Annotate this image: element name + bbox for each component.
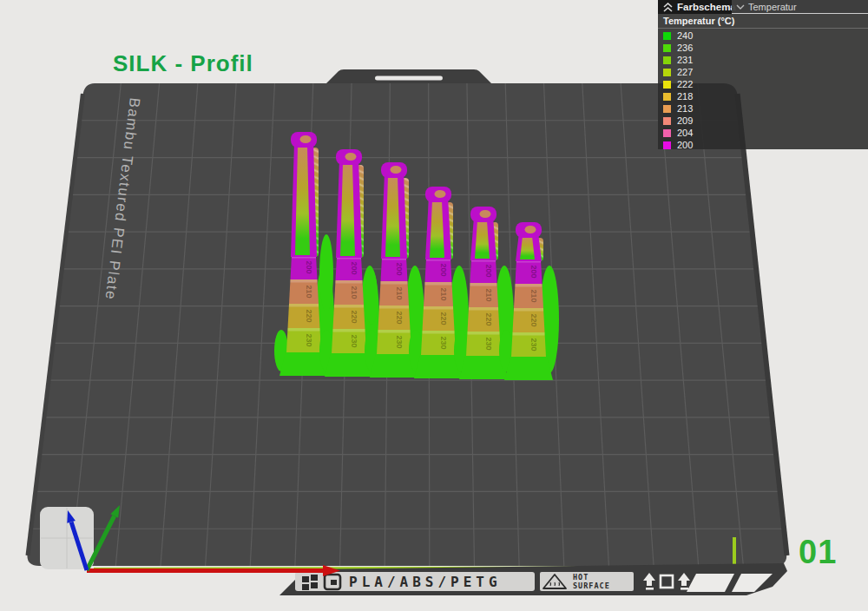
legend-title: Farbschema xyxy=(677,2,736,12)
tower-block-topface xyxy=(381,281,408,285)
profile-title: SILK - Profil xyxy=(113,50,253,76)
block-temp-label: 210 xyxy=(350,286,358,299)
tower-block-topface xyxy=(291,279,318,283)
legend-label: 231 xyxy=(677,55,693,65)
block-temp-label: 210 xyxy=(484,288,493,301)
tower-block xyxy=(511,332,546,357)
block-temp-label: 230 xyxy=(395,335,404,348)
legend-swatch xyxy=(663,81,671,89)
materials-label-bar: PLA/ABS/PETG xyxy=(295,572,535,591)
color-scheme-panel: Farbschema Temperatur Temperatur (°C) 24… xyxy=(658,0,868,149)
view-type-dropdown[interactable]: Temperatur xyxy=(732,0,868,14)
legend-item: 222 xyxy=(658,78,868,90)
block-temp-label: 200 xyxy=(529,265,538,278)
tower-block-topface xyxy=(288,328,320,332)
legend-label: 209 xyxy=(677,115,693,126)
block-temp-label: 210 xyxy=(439,287,448,300)
warning-text-line1: HOT xyxy=(573,573,589,581)
block-temp-label: 220 xyxy=(484,312,493,325)
legend-label: 204 xyxy=(677,128,693,138)
tower-base xyxy=(504,357,553,380)
tower-block xyxy=(513,308,545,332)
block-temp-label: 220 xyxy=(529,313,538,326)
legend-swatch xyxy=(663,141,671,149)
legend-label: 213 xyxy=(677,103,693,114)
legend-item: 227 xyxy=(658,66,868,78)
tower-block xyxy=(423,306,455,331)
block-temp-label: 200 xyxy=(350,261,358,274)
legend-item: 209 xyxy=(658,115,868,127)
block-temp-label: 200 xyxy=(305,260,313,273)
warning-text-line2: SURFACE xyxy=(573,581,610,590)
tower-block-topface xyxy=(425,282,452,286)
tower-block-topface xyxy=(379,306,409,309)
tower-block-topface xyxy=(378,330,411,333)
view-type-value: Temperatur xyxy=(748,2,797,12)
materials-label: PLA/ABS/PETG xyxy=(349,574,502,590)
legend-swatch xyxy=(663,69,671,76)
tower-block-topface xyxy=(470,283,497,286)
chevron-down-icon xyxy=(736,3,745,10)
legend-label: 200 xyxy=(677,140,693,150)
block-temp-label: 200 xyxy=(395,262,404,275)
legend-swatch xyxy=(663,44,671,52)
legend-rows: 240236231227222218213209204200 xyxy=(658,29,868,151)
spire-cap-opening xyxy=(435,190,446,198)
block-temp-label: 220 xyxy=(395,311,404,324)
spire-cap-opening xyxy=(480,210,491,218)
tower-block-topface xyxy=(513,332,545,336)
legend-item: 213 xyxy=(658,102,868,115)
legend-header: Farbschema Temperatur xyxy=(658,0,868,14)
tower-block xyxy=(378,306,411,330)
tower-block xyxy=(466,332,501,356)
legend-label: 227 xyxy=(677,67,693,77)
tower-block xyxy=(286,328,321,352)
tower-block-topface xyxy=(468,332,500,335)
block-temp-label: 220 xyxy=(305,309,313,322)
block-temp-label: 230 xyxy=(484,337,493,350)
legend-swatch xyxy=(663,129,671,137)
legend-swatch xyxy=(663,32,671,40)
spire-cap-opening xyxy=(391,166,402,174)
legend-swatch xyxy=(663,105,671,113)
tower-block xyxy=(288,304,320,328)
tower-block xyxy=(333,305,365,329)
block-temp-label: 230 xyxy=(305,333,313,346)
tower-block-topface xyxy=(516,284,542,287)
block-temp-label: 210 xyxy=(305,285,313,298)
block-temp-label: 220 xyxy=(439,312,448,325)
tower-block-topface xyxy=(333,329,365,332)
tower-block xyxy=(377,330,411,354)
spire-cap-opening xyxy=(525,226,536,233)
legend-swatch xyxy=(663,93,671,101)
plate-number: 01 xyxy=(799,534,837,570)
block-temp-label: 200 xyxy=(439,263,448,276)
tower-block xyxy=(468,307,500,332)
purge-blob xyxy=(365,269,378,325)
legend-item: 204 xyxy=(658,127,868,139)
tower-block-topface xyxy=(336,280,363,284)
block-temp-label: 230 xyxy=(529,338,538,351)
tower-block-topface xyxy=(469,307,498,311)
block-temp-label: 230 xyxy=(350,334,358,347)
legend-item: 231 xyxy=(658,54,868,66)
legend-item: 200 xyxy=(658,139,868,151)
collapse-panel-icon[interactable] xyxy=(661,2,674,12)
purge-blob xyxy=(319,234,333,312)
tower-block-topface xyxy=(424,306,453,310)
block-temp-label: 220 xyxy=(350,310,358,323)
viewport: Bambu Textured PEI Plate 230220210200230… xyxy=(0,0,868,611)
legend-label: 222 xyxy=(677,79,693,89)
tower-block xyxy=(421,331,456,355)
tower-block-topface xyxy=(289,304,319,307)
legend-label: 236 xyxy=(677,43,693,53)
block-temp-label: 210 xyxy=(529,289,538,302)
spire-cap-opening xyxy=(345,153,357,161)
tower-block-topface xyxy=(423,331,455,334)
legend-swatch xyxy=(663,56,671,64)
spire-cap-opening xyxy=(300,135,312,143)
block-temp-label: 210 xyxy=(395,286,404,299)
legend-label: 218 xyxy=(677,91,693,102)
tower-block-topface xyxy=(514,308,543,312)
legend-subtitle: Temperatur (°C) xyxy=(658,14,868,29)
